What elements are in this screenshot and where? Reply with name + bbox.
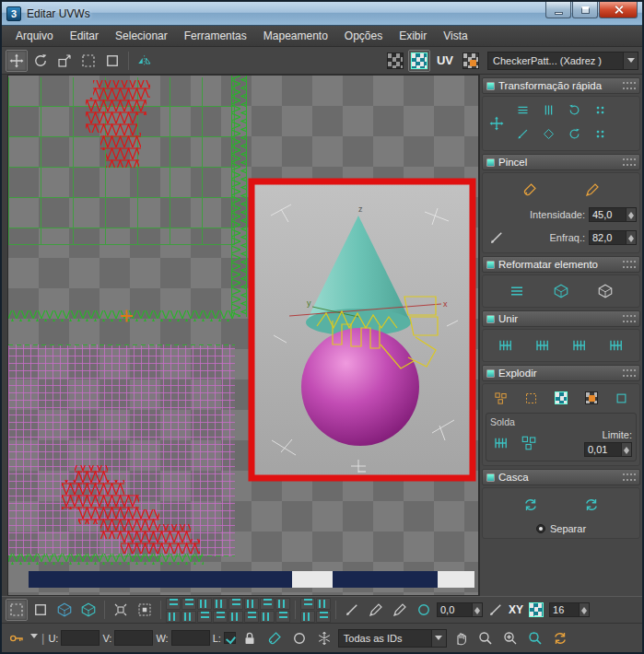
spin-down-icon[interactable] bbox=[628, 239, 634, 245]
relax-element-button[interactable] bbox=[550, 280, 572, 302]
spin-down-icon[interactable] bbox=[624, 450, 629, 457]
menu-vista[interactable]: Vista bbox=[435, 27, 475, 45]
spin-down-icon[interactable] bbox=[628, 216, 634, 222]
break-button[interactable] bbox=[613, 389, 631, 407]
caret-down-icon[interactable] bbox=[30, 634, 38, 642]
space-v-button[interactable] bbox=[244, 598, 259, 610]
grid-size-field[interactable]: 16 bbox=[549, 602, 590, 617]
close-button[interactable] bbox=[599, 2, 638, 18]
lock-selection-button[interactable] bbox=[239, 627, 261, 649]
paint-select-button[interactable] bbox=[263, 627, 286, 649]
space-vertical-button[interactable] bbox=[591, 124, 609, 143]
grip-dots-icon[interactable] bbox=[623, 82, 636, 89]
move-tool-button[interactable] bbox=[6, 50, 28, 72]
space-horizontal-button[interactable] bbox=[591, 100, 609, 119]
rescale-button[interactable] bbox=[300, 611, 315, 623]
menu-mapeamento[interactable]: Mapeamento bbox=[255, 27, 336, 45]
v-field[interactable] bbox=[114, 630, 153, 646]
falloff-spinner[interactable] bbox=[626, 231, 636, 244]
limit-field[interactable]: 0,01 bbox=[584, 442, 632, 457]
flatten-custom-button[interactable] bbox=[582, 389, 601, 407]
stitch-average-button[interactable] bbox=[532, 334, 554, 356]
limit-spinner[interactable] bbox=[621, 443, 631, 456]
zoom-region-button[interactable] bbox=[524, 627, 546, 649]
falloff-distance-field[interactable]: 0,0 bbox=[437, 602, 483, 617]
weld-all-button[interactable] bbox=[518, 432, 540, 454]
rotate-ccw-button[interactable] bbox=[565, 100, 583, 119]
grow-selection-button[interactable] bbox=[110, 599, 132, 621]
pack-h-button[interactable] bbox=[197, 611, 212, 623]
align-right-button[interactable] bbox=[181, 598, 196, 610]
pack-full-button[interactable] bbox=[316, 598, 331, 610]
quick-transform-header[interactable]: Transformação rápida bbox=[482, 77, 640, 94]
flatten-by-face-button[interactable] bbox=[552, 389, 570, 407]
grip-dots-icon[interactable] bbox=[623, 473, 636, 481]
align-left-button[interactable] bbox=[166, 598, 181, 610]
spin-down-icon[interactable] bbox=[581, 611, 587, 617]
stitch-header[interactable]: Unir bbox=[482, 310, 640, 327]
snap-v-button[interactable] bbox=[244, 611, 259, 623]
rotate-pack-button[interactable] bbox=[316, 611, 331, 623]
spin-up-icon[interactable] bbox=[628, 209, 634, 216]
mirror-tool-button[interactable] bbox=[134, 50, 156, 72]
zoom-extents-button[interactable] bbox=[499, 627, 521, 649]
space-h-button[interactable] bbox=[228, 598, 243, 610]
weld-selected-button[interactable] bbox=[490, 432, 512, 454]
transform-type-in-button[interactable] bbox=[6, 627, 28, 649]
peel-mode-button[interactable] bbox=[580, 494, 603, 516]
falloff-curve-button[interactable] bbox=[486, 227, 508, 249]
soft-selection-button[interactable] bbox=[413, 599, 435, 621]
edit-falloff-button[interactable] bbox=[485, 599, 507, 621]
menu-ferramentas[interactable]: Ferramentas bbox=[176, 27, 255, 45]
falloff-field[interactable]: 82,0 bbox=[589, 230, 637, 245]
explode-header[interactable]: Explodir bbox=[482, 365, 640, 381]
pack-v-button[interactable] bbox=[213, 611, 228, 623]
separate-radio[interactable] bbox=[536, 524, 545, 533]
menu-opcoes[interactable]: Opções bbox=[336, 27, 391, 45]
maximize-button[interactable] bbox=[572, 2, 598, 18]
select-region-tool[interactable] bbox=[6, 599, 28, 621]
uv-canvas-svg[interactable]: z y x bbox=[8, 76, 479, 596]
align-center-h-button[interactable] bbox=[166, 611, 181, 623]
linear-align-button[interactable] bbox=[513, 124, 532, 143]
intensity-spinner[interactable] bbox=[626, 208, 636, 221]
space-mode-label[interactable]: XY bbox=[509, 603, 523, 616]
rectify-element-button[interactable] bbox=[594, 280, 616, 302]
title-bar[interactable]: 3 Editar UVWs bbox=[2, 2, 642, 26]
menu-exibir[interactable]: Exibir bbox=[391, 27, 435, 45]
falloff-distance-spinner[interactable] bbox=[472, 603, 482, 616]
element-mode-button[interactable] bbox=[101, 50, 123, 72]
freeze-button[interactable] bbox=[313, 627, 335, 649]
stitch-custom-button[interactable] bbox=[495, 334, 517, 356]
scale-tool-button[interactable] bbox=[53, 50, 76, 72]
menu-arquivo[interactable]: Arquivo bbox=[7, 27, 62, 45]
shrink-selection-button[interactable] bbox=[134, 599, 156, 621]
rotate-cw-button[interactable] bbox=[565, 124, 583, 143]
grip-dots-icon[interactable] bbox=[623, 315, 636, 322]
spin-up-icon[interactable] bbox=[628, 232, 634, 239]
material-id-dropdown[interactable]: Todas as IDs bbox=[338, 629, 447, 648]
pan-hand-button[interactable] bbox=[450, 627, 472, 649]
select-rect-tool[interactable] bbox=[29, 599, 52, 621]
lock-aspect-checkbox[interactable] bbox=[224, 632, 236, 644]
grip-dots-icon[interactable] bbox=[623, 369, 636, 377]
quick-move-button[interactable] bbox=[486, 112, 508, 134]
grip-dots-icon[interactable] bbox=[623, 158, 636, 166]
flatten-by-id-button[interactable] bbox=[521, 389, 540, 407]
flatten-by-group-button[interactable] bbox=[491, 389, 509, 407]
spin-up-icon[interactable] bbox=[624, 444, 629, 450]
straighten-selection-button[interactable] bbox=[506, 280, 528, 302]
menu-selecionar[interactable]: Selecionar bbox=[107, 27, 176, 45]
break-edges-button[interactable] bbox=[389, 599, 411, 621]
relax-brush-button[interactable] bbox=[581, 179, 603, 201]
align-bottom-button[interactable] bbox=[213, 598, 228, 610]
pack-tight-button[interactable] bbox=[300, 598, 315, 610]
freeform-tool-button[interactable] bbox=[77, 50, 100, 72]
stitch-target-button[interactable] bbox=[605, 334, 627, 356]
fit-h-button[interactable] bbox=[260, 611, 275, 623]
rotate-tool-button[interactable] bbox=[29, 50, 52, 72]
menu-editar[interactable]: Editar bbox=[62, 27, 107, 45]
quick-peel-button[interactable] bbox=[520, 494, 542, 516]
distribute-h-button[interactable] bbox=[260, 598, 275, 610]
w-field[interactable] bbox=[171, 630, 210, 646]
